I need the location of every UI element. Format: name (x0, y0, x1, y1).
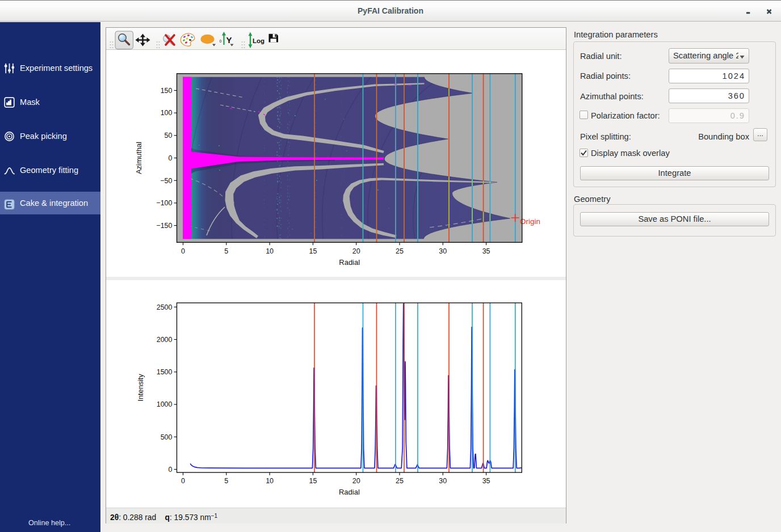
svg-text:10: 10 (266, 477, 274, 485)
svg-text:30: 30 (439, 477, 447, 485)
svg-text:5: 5 (224, 247, 228, 255)
svg-text:Radial: Radial (339, 258, 360, 267)
svg-text:500: 500 (161, 433, 173, 441)
svg-text:30: 30 (439, 247, 447, 255)
svg-text:20: 20 (352, 477, 360, 485)
svg-text:Radial: Radial (339, 488, 360, 496)
svg-text:25: 25 (396, 477, 404, 485)
svg-text:25: 25 (396, 247, 404, 255)
svg-text:−100: −100 (156, 199, 172, 207)
svg-text:15: 15 (309, 247, 317, 255)
svg-text:1500: 1500 (157, 368, 173, 376)
svg-text:Azimuthal: Azimuthal (135, 142, 143, 174)
svg-text:−50: −50 (160, 177, 172, 185)
svg-text:0: 0 (181, 247, 185, 255)
svg-text:50: 50 (165, 132, 173, 140)
svg-text:100: 100 (161, 109, 173, 117)
svg-text:150: 150 (161, 87, 173, 95)
svg-text:0: 0 (181, 477, 185, 485)
svg-text:0: 0 (169, 154, 173, 162)
svg-text:15: 15 (309, 477, 317, 485)
svg-text:10: 10 (266, 247, 274, 255)
svg-text:−150: −150 (156, 222, 172, 230)
svg-text:Origin: Origin (520, 217, 540, 226)
svg-text:35: 35 (482, 477, 490, 485)
svg-text:5: 5 (224, 477, 228, 485)
svg-text:0: 0 (169, 466, 173, 474)
svg-text:35: 35 (482, 247, 490, 255)
svg-text:Intensity: Intensity (136, 374, 145, 402)
svg-text:20: 20 (352, 247, 360, 255)
svg-text:1000: 1000 (157, 400, 173, 408)
svg-text:2000: 2000 (157, 336, 173, 344)
svg-text:2500: 2500 (157, 303, 173, 311)
